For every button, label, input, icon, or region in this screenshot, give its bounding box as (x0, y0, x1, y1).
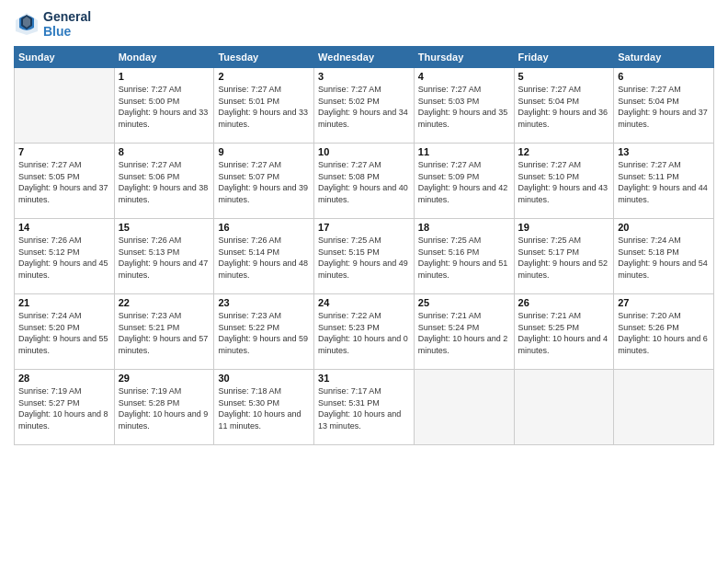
week-row-3: 21Sunrise: 7:24 AMSunset: 5:20 PMDayligh… (15, 294, 714, 370)
cell-info: Sunrise: 7:27 AMSunset: 5:08 PMDaylight:… (318, 159, 410, 205)
calendar-cell: 16Sunrise: 7:26 AMSunset: 5:14 PMDayligh… (214, 219, 314, 294)
calendar-cell: 15Sunrise: 7:26 AMSunset: 5:13 PMDayligh… (114, 219, 214, 294)
calendar-cell (614, 370, 714, 445)
weekday-header-monday: Monday (114, 47, 214, 68)
week-row-4: 28Sunrise: 7:19 AMSunset: 5:27 PMDayligh… (15, 370, 714, 445)
day-number: 13 (618, 146, 710, 157)
cell-info: Sunrise: 7:25 AMSunset: 5:16 PMDaylight:… (418, 235, 510, 281)
day-number: 19 (518, 222, 610, 233)
day-number: 1 (119, 71, 210, 82)
cell-info: Sunrise: 7:25 AMSunset: 5:15 PMDaylight:… (318, 235, 410, 281)
weekday-header-sunday: Sunday (15, 47, 115, 68)
calendar-table: SundayMondayTuesdayWednesdayThursdayFrid… (14, 46, 714, 445)
calendar-cell: 18Sunrise: 7:25 AMSunset: 5:16 PMDayligh… (414, 219, 514, 294)
cell-info: Sunrise: 7:19 AMSunset: 5:27 PMDaylight:… (18, 385, 110, 431)
day-number: 26 (518, 297, 610, 308)
calendar-cell: 7Sunrise: 7:27 AMSunset: 5:05 PMDaylight… (15, 144, 115, 219)
cell-info: Sunrise: 7:27 AMSunset: 5:02 PMDaylight:… (318, 84, 410, 130)
day-number: 28 (18, 373, 110, 384)
header: General Blue (14, 9, 714, 39)
day-number: 30 (218, 373, 310, 384)
cell-info: Sunrise: 7:27 AMSunset: 5:10 PMDaylight:… (518, 159, 610, 205)
calendar-cell: 10Sunrise: 7:27 AMSunset: 5:08 PMDayligh… (314, 144, 415, 219)
cell-info: Sunrise: 7:27 AMSunset: 5:03 PMDaylight:… (418, 84, 510, 130)
day-number: 14 (18, 222, 110, 233)
cell-info: Sunrise: 7:25 AMSunset: 5:17 PMDaylight:… (518, 235, 610, 281)
cell-info: Sunrise: 7:27 AMSunset: 5:05 PMDaylight:… (18, 159, 110, 205)
cell-info: Sunrise: 7:23 AMSunset: 5:22 PMDaylight:… (218, 310, 310, 356)
cell-info: Sunrise: 7:20 AMSunset: 5:26 PMDaylight:… (618, 310, 710, 356)
calendar-cell: 27Sunrise: 7:20 AMSunset: 5:26 PMDayligh… (614, 294, 714, 370)
calendar-cell: 4Sunrise: 7:27 AMSunset: 5:03 PMDaylight… (414, 68, 514, 144)
weekday-header-wednesday: Wednesday (314, 47, 415, 68)
calendar-cell: 22Sunrise: 7:23 AMSunset: 5:21 PMDayligh… (114, 294, 214, 370)
day-number: 2 (218, 71, 310, 82)
cell-info: Sunrise: 7:26 AMSunset: 5:14 PMDaylight:… (218, 235, 310, 281)
calendar-cell: 8Sunrise: 7:27 AMSunset: 5:06 PMDaylight… (114, 144, 214, 219)
calendar-cell: 12Sunrise: 7:27 AMSunset: 5:10 PMDayligh… (514, 144, 614, 219)
calendar-cell: 24Sunrise: 7:22 AMSunset: 5:23 PMDayligh… (314, 294, 415, 370)
day-number: 4 (418, 71, 510, 82)
day-number: 29 (119, 373, 210, 384)
day-number: 24 (318, 297, 410, 308)
calendar-cell: 5Sunrise: 7:27 AMSunset: 5:04 PMDaylight… (514, 68, 614, 144)
cell-info: Sunrise: 7:26 AMSunset: 5:12 PMDaylight:… (18, 235, 110, 281)
cell-info: Sunrise: 7:17 AMSunset: 5:31 PMDaylight:… (318, 385, 410, 431)
day-number: 7 (18, 146, 110, 157)
cell-info: Sunrise: 7:27 AMSunset: 5:04 PMDaylight:… (618, 84, 710, 130)
cell-info: Sunrise: 7:18 AMSunset: 5:30 PMDaylight:… (218, 385, 310, 431)
day-number: 20 (618, 222, 710, 233)
day-number: 22 (119, 297, 210, 308)
day-number: 3 (318, 71, 410, 82)
day-number: 8 (119, 146, 210, 157)
calendar-cell (15, 68, 115, 144)
calendar-cell: 2Sunrise: 7:27 AMSunset: 5:01 PMDaylight… (214, 68, 314, 144)
weekday-header-friday: Friday (514, 47, 614, 68)
weekday-header-thursday: Thursday (414, 47, 514, 68)
week-row-0: 1Sunrise: 7:27 AMSunset: 5:00 PMDaylight… (15, 68, 714, 144)
calendar-cell (514, 370, 614, 445)
day-number: 25 (418, 297, 510, 308)
calendar-cell: 13Sunrise: 7:27 AMSunset: 5:11 PMDayligh… (614, 144, 714, 219)
calendar-cell: 3Sunrise: 7:27 AMSunset: 5:02 PMDaylight… (314, 68, 415, 144)
cell-info: Sunrise: 7:27 AMSunset: 5:00 PMDaylight:… (119, 84, 210, 130)
cell-info: Sunrise: 7:26 AMSunset: 5:13 PMDaylight:… (119, 235, 210, 281)
week-row-2: 14Sunrise: 7:26 AMSunset: 5:12 PMDayligh… (15, 219, 714, 294)
day-number: 18 (418, 222, 510, 233)
cell-info: Sunrise: 7:27 AMSunset: 5:01 PMDaylight:… (218, 84, 310, 130)
cell-info: Sunrise: 7:27 AMSunset: 5:04 PMDaylight:… (518, 84, 610, 130)
cell-info: Sunrise: 7:27 AMSunset: 5:06 PMDaylight:… (119, 159, 210, 205)
day-number: 21 (18, 297, 110, 308)
day-number: 5 (518, 71, 610, 82)
calendar-cell: 17Sunrise: 7:25 AMSunset: 5:15 PMDayligh… (314, 219, 415, 294)
calendar-cell: 6Sunrise: 7:27 AMSunset: 5:04 PMDaylight… (614, 68, 714, 144)
day-number: 9 (218, 146, 310, 157)
day-number: 17 (318, 222, 410, 233)
cell-info: Sunrise: 7:21 AMSunset: 5:25 PMDaylight:… (518, 310, 610, 356)
cell-info: Sunrise: 7:22 AMSunset: 5:23 PMDaylight:… (318, 310, 410, 356)
cell-info: Sunrise: 7:19 AMSunset: 5:28 PMDaylight:… (119, 385, 210, 431)
calendar-cell (414, 370, 514, 445)
calendar-cell: 31Sunrise: 7:17 AMSunset: 5:31 PMDayligh… (314, 370, 415, 445)
logo: General Blue (14, 9, 91, 39)
calendar-cell: 19Sunrise: 7:25 AMSunset: 5:17 PMDayligh… (514, 219, 614, 294)
cell-info: Sunrise: 7:27 AMSunset: 5:11 PMDaylight:… (618, 159, 710, 205)
day-number: 6 (618, 71, 710, 82)
day-number: 15 (119, 222, 210, 233)
header-row: SundayMondayTuesdayWednesdayThursdayFrid… (15, 47, 714, 68)
calendar-cell: 25Sunrise: 7:21 AMSunset: 5:24 PMDayligh… (414, 294, 514, 370)
calendar-cell: 26Sunrise: 7:21 AMSunset: 5:25 PMDayligh… (514, 294, 614, 370)
day-number: 27 (618, 297, 710, 308)
cell-info: Sunrise: 7:21 AMSunset: 5:24 PMDaylight:… (418, 310, 510, 356)
calendar-cell: 14Sunrise: 7:26 AMSunset: 5:12 PMDayligh… (15, 219, 115, 294)
page: General Blue SundayMondayTuesdayWednesda… (0, 0, 728, 563)
weekday-header-saturday: Saturday (614, 47, 714, 68)
calendar-cell: 29Sunrise: 7:19 AMSunset: 5:28 PMDayligh… (114, 370, 214, 445)
calendar-cell: 1Sunrise: 7:27 AMSunset: 5:00 PMDaylight… (114, 68, 214, 144)
logo-icon (14, 11, 40, 37)
cell-info: Sunrise: 7:27 AMSunset: 5:07 PMDaylight:… (218, 159, 310, 205)
logo-text: General Blue (43, 9, 91, 39)
calendar-cell: 28Sunrise: 7:19 AMSunset: 5:27 PMDayligh… (15, 370, 115, 445)
day-number: 12 (518, 146, 610, 157)
calendar-cell: 30Sunrise: 7:18 AMSunset: 5:30 PMDayligh… (214, 370, 314, 445)
